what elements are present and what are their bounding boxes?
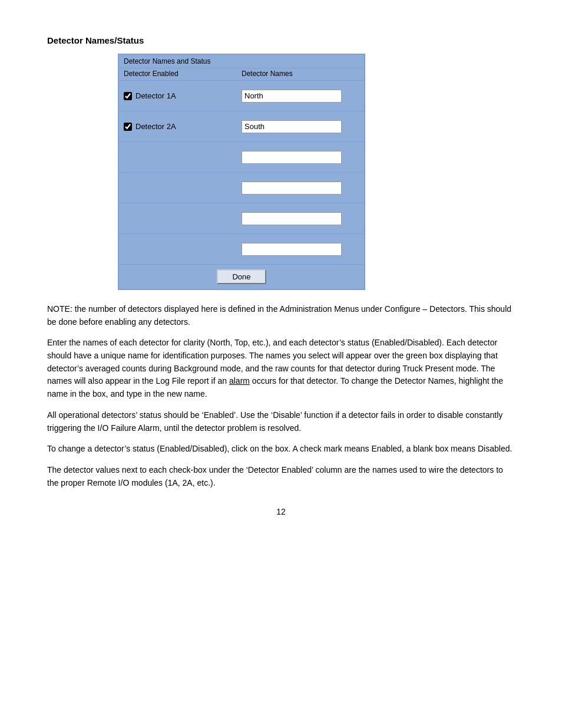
note-1: NOTE: the number of detectors displayed … <box>47 303 515 328</box>
note-2: Enter the names of each detector for cla… <box>47 337 515 400</box>
detector-row-2: Detector 2A <box>119 111 364 141</box>
detector-enabled-cell-1: Detector 1A <box>124 91 242 100</box>
col-header-names: Detector Names <box>242 70 293 78</box>
detector-name-input-3[interactable] <box>242 151 342 164</box>
detector-name-input-4[interactable] <box>242 182 342 195</box>
note-4: To change a detector’s status (Enabled/D… <box>47 443 515 456</box>
detector-label-2A: Detector 2A <box>135 122 176 131</box>
detector-name-cell-5 <box>242 212 359 225</box>
detector-name-input-5[interactable] <box>242 212 342 225</box>
col-header-enabled: Detector Enabled <box>124 70 242 78</box>
note-3: All operational detectors’ status should… <box>47 409 515 434</box>
detector-row-6 <box>119 233 364 264</box>
detector-rows: Detector 1ADetector 2A <box>119 80 364 264</box>
detector-label-1A: Detector 1A <box>135 91 176 100</box>
notes-section: NOTE: the number of detectors displayed … <box>47 303 515 489</box>
page-number: 12 <box>47 507 515 516</box>
column-headers: Detector Enabled Detector Names <box>119 68 364 80</box>
detector-checkbox-1A[interactable] <box>124 92 132 100</box>
note-5: The detector values next to each check-b… <box>47 464 515 489</box>
panel-header: Detector Names and Status <box>119 55 364 68</box>
page-title: Detector Names/Status <box>47 35 515 45</box>
detector-name-cell-6 <box>242 243 359 256</box>
detector-name-input-2[interactable] <box>242 120 342 133</box>
detector-enabled-cell-2: Detector 2A <box>124 122 242 131</box>
detector-name-cell-4 <box>242 182 359 195</box>
done-button[interactable]: Done <box>217 269 266 284</box>
detector-name-cell-3 <box>242 151 359 164</box>
detector-row-5 <box>119 203 364 233</box>
detector-checkbox-2A[interactable] <box>124 123 132 131</box>
detector-row-4 <box>119 172 364 203</box>
detector-row-3 <box>119 141 364 172</box>
detector-panel: Detector Names and Status Detector Enabl… <box>118 54 365 290</box>
detector-row-1: Detector 1A <box>119 80 364 111</box>
detector-name-input-6[interactable] <box>242 243 342 256</box>
detector-name-cell-1 <box>242 90 359 103</box>
detector-name-input-1[interactable] <box>242 90 342 103</box>
detector-name-cell-2 <box>242 120 359 133</box>
done-row: Done <box>119 264 364 289</box>
